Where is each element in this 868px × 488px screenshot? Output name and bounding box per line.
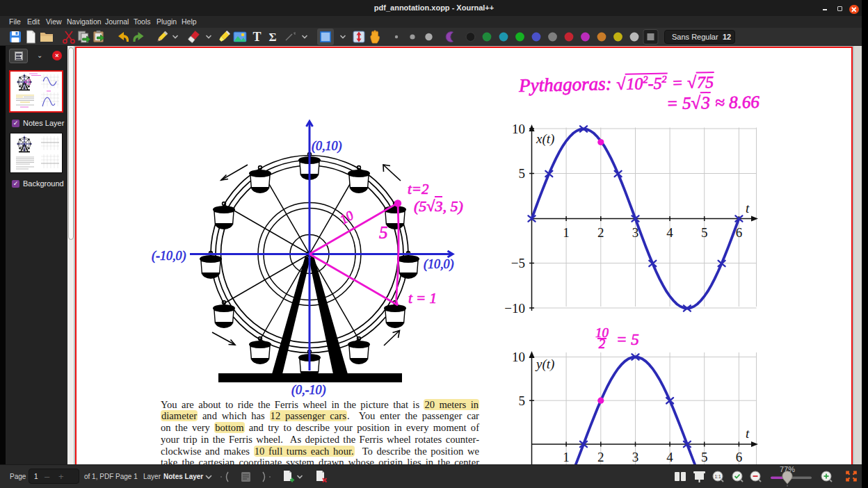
svg-text:10: 10 bbox=[512, 121, 525, 136]
svg-text:2: 2 bbox=[597, 450, 604, 464]
svg-text:x(t): x(t) bbox=[536, 131, 554, 147]
svg-text:1: 1 bbox=[563, 225, 570, 240]
svg-text:3: 3 bbox=[632, 450, 639, 464]
svg-text:1:1: 1:1 bbox=[714, 474, 721, 479]
svg-text:Σ: Σ bbox=[268, 31, 276, 44]
svg-text:5: 5 bbox=[519, 393, 526, 407]
svg-text:t: t bbox=[746, 201, 750, 215]
svg-text:t: t bbox=[746, 426, 750, 441]
svg-text:4: 4 bbox=[666, 450, 673, 464]
svg-text:5: 5 bbox=[701, 225, 708, 240]
svg-text:1: 1 bbox=[563, 450, 570, 464]
svg-text:−5: −5 bbox=[511, 256, 525, 270]
svg-text:5: 5 bbox=[701, 450, 708, 464]
svg-text:6: 6 bbox=[736, 450, 743, 464]
svg-text:−10: −10 bbox=[504, 300, 525, 315]
svg-text:2: 2 bbox=[597, 225, 604, 240]
svg-text:y(t): y(t) bbox=[535, 357, 554, 372]
svg-text:5: 5 bbox=[519, 166, 526, 181]
svg-text:T: T bbox=[252, 30, 261, 44]
svg-text:10: 10 bbox=[512, 350, 525, 364]
svg-text:4: 4 bbox=[666, 225, 673, 240]
